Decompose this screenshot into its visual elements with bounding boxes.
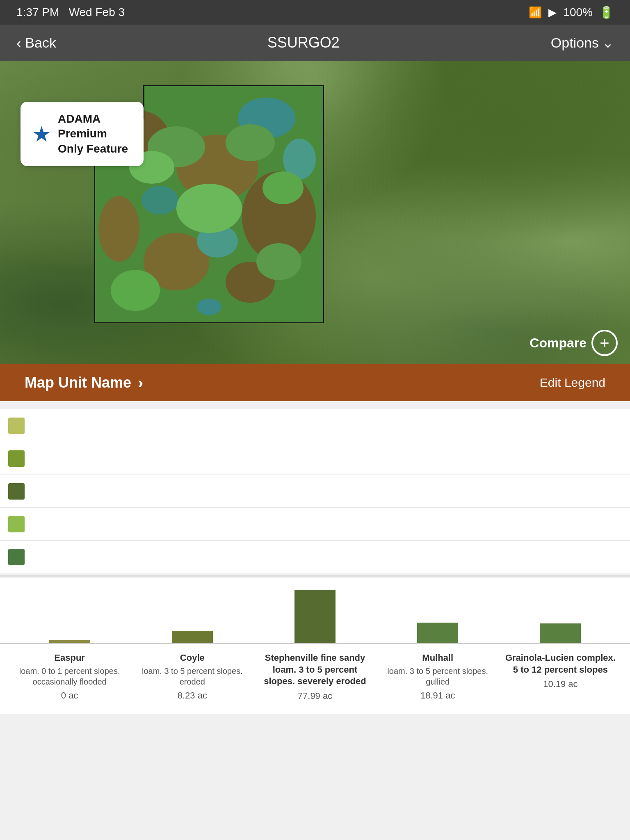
premium-badge-text: ADAMA Premium Only Feature bbox=[58, 112, 132, 156]
svg-point-12 bbox=[197, 299, 221, 315]
chart-label-name-1: Easpur bbox=[11, 652, 128, 664]
chart-label-acres-1: 0 ac bbox=[11, 690, 128, 701]
chart-bar-group-2 bbox=[131, 631, 253, 643]
chart-label-4: Mulhall loam. 3 to 5 percent slopes. gul… bbox=[377, 652, 499, 701]
chart-bar-group-4 bbox=[377, 623, 499, 643]
legend-rows-container bbox=[0, 409, 630, 573]
chart-label-5: Grainola-Lucien complex. 5 to 12 percent… bbox=[499, 652, 622, 701]
premium-badge: ★ ADAMA Premium Only Feature bbox=[21, 102, 144, 166]
data-area: Easpur loam. 0 to 1 percent slopes. occa… bbox=[0, 401, 630, 722]
options-chevron-icon: ⌄ bbox=[602, 34, 614, 51]
svg-point-15 bbox=[111, 270, 160, 311]
chart-bar-5 bbox=[540, 623, 581, 643]
compare-button[interactable]: Compare + bbox=[530, 330, 618, 356]
chart-label-acres-4: 18.91 ac bbox=[380, 690, 496, 701]
legend-swatch-4 bbox=[8, 516, 25, 532]
svg-point-14 bbox=[226, 124, 275, 161]
chart-label-2: Coyle loam. 3 to 5 percent slopes. erode… bbox=[131, 652, 253, 701]
chart-label-3: Stephenville fine sandy loam. 3 to 5 per… bbox=[253, 652, 376, 701]
svg-point-7 bbox=[98, 196, 139, 262]
compare-label: Compare bbox=[530, 336, 587, 351]
wifi-icon: 📶 bbox=[529, 6, 542, 19]
chart-bar-3 bbox=[294, 590, 336, 643]
chart-bar-group-1 bbox=[8, 640, 131, 643]
legend-swatch-1 bbox=[8, 418, 25, 434]
chart-label-acres-5: 10.19 ac bbox=[502, 679, 619, 689]
legend-row-3 bbox=[0, 475, 630, 508]
svg-point-17 bbox=[176, 184, 242, 233]
chart-label-desc-4: loam. 3 to 5 percent slopes. gullied bbox=[380, 666, 496, 687]
back-button[interactable]: ‹ Back bbox=[16, 35, 56, 51]
star-icon: ★ bbox=[32, 122, 51, 146]
legend-chevron-icon: › bbox=[138, 374, 143, 392]
edit-legend-button[interactable]: Edit Legend bbox=[540, 376, 605, 390]
chart-bar-4 bbox=[417, 623, 458, 643]
nav-bar: ‹ Back SSURGO2 Options ⌄ bbox=[0, 25, 630, 61]
chart-labels: Easpur loam. 0 to 1 percent slopes. occa… bbox=[0, 644, 630, 701]
legend-swatch-5 bbox=[8, 549, 25, 565]
options-button[interactable]: Options ⌄ bbox=[551, 34, 614, 51]
chart-bar-2 bbox=[172, 631, 213, 643]
chart-label-desc-2: loam. 3 to 5 percent slopes. eroded bbox=[134, 666, 250, 687]
legend-swatch-2 bbox=[8, 450, 25, 467]
separator-1 bbox=[0, 575, 630, 577]
legend-row-5 bbox=[0, 541, 630, 573]
legend-row-4 bbox=[0, 508, 630, 541]
chart-label-acres-2: 8.23 ac bbox=[134, 690, 250, 701]
status-bar: 1:37 PM Wed Feb 3 📶 ▶ 100% 🔋 bbox=[0, 0, 630, 25]
svg-point-10 bbox=[142, 186, 178, 215]
chart-label-name-4: Mulhall bbox=[380, 652, 496, 664]
svg-point-19 bbox=[262, 171, 304, 204]
chart-bars bbox=[0, 578, 630, 644]
back-chevron-icon: ‹ bbox=[16, 35, 21, 51]
legend-swatch-3 bbox=[8, 483, 25, 500]
chart-label-name-3: Stephenville fine sandy loam. 3 to 5 per… bbox=[257, 652, 373, 687]
legend-row-1 bbox=[0, 409, 630, 442]
battery-level: 100% bbox=[563, 6, 593, 19]
battery-icon: 🔋 bbox=[599, 6, 614, 19]
chart-label-1: Easpur loam. 0 to 1 percent slopes. occa… bbox=[8, 652, 131, 701]
signal-icon: ▶ bbox=[548, 6, 557, 19]
map-container[interactable]: ★ ADAMA Premium Only Feature Compare + bbox=[0, 61, 630, 364]
legend-bar[interactable]: Map Unit Name › Edit Legend bbox=[0, 364, 630, 401]
chart-label-name-2: Coyle bbox=[134, 652, 250, 664]
chart-label-acres-3: 77.99 ac bbox=[257, 691, 373, 701]
svg-point-16 bbox=[256, 243, 301, 280]
compare-add-icon: + bbox=[591, 330, 618, 356]
status-time: 1:37 PM Wed Feb 3 bbox=[16, 6, 125, 19]
status-indicators: 📶 ▶ 100% 🔋 bbox=[529, 6, 614, 19]
chart-label-name-5: Grainola-Lucien complex. 5 to 12 percent… bbox=[502, 652, 619, 676]
chart-bar-group-5 bbox=[499, 623, 622, 643]
chart-bar-1 bbox=[49, 640, 90, 643]
chart-section: Easpur loam. 0 to 1 percent slopes. occa… bbox=[0, 578, 630, 714]
chart-label-desc-1: loam. 0 to 1 percent slopes. occasionall… bbox=[11, 666, 128, 687]
legend-row-2 bbox=[0, 442, 630, 475]
chart-bar-group-3 bbox=[253, 590, 376, 643]
legend-title[interactable]: Map Unit Name › bbox=[25, 374, 143, 392]
nav-title: SSURGO2 bbox=[267, 34, 340, 51]
